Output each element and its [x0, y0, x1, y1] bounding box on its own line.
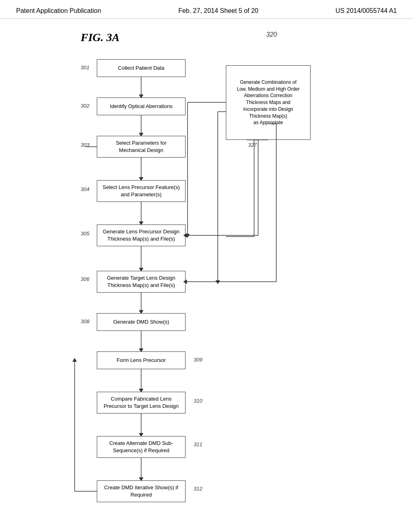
- step-304-text: Select Lens Precursor Feature(s) and Par…: [102, 184, 179, 198]
- header-left: Patent Application Publication: [16, 7, 101, 15]
- step-304-box: Select Lens Precursor Feature(s) and Par…: [97, 180, 186, 202]
- label-327: 327: [248, 142, 257, 148]
- step-301-text: Collect Patient Data: [118, 64, 165, 72]
- svg-marker-25: [216, 281, 220, 284]
- step-311-text: Create Alternate DMD Sub- Sequence(s) if…: [109, 440, 173, 454]
- step-302-text: Identify Optical Aberrations: [110, 103, 172, 110]
- label-305: 305: [81, 231, 90, 237]
- header-right: US 2014/0055744 A1: [336, 7, 397, 15]
- figure-title: FIG. 3A: [81, 31, 119, 44]
- label-310: 310: [194, 398, 202, 404]
- label-301: 301: [81, 64, 90, 71]
- step-301-box: Collect Patient Data: [97, 59, 186, 77]
- step-305-box: Generate Lens Precursor Design Thickness…: [97, 224, 186, 246]
- step-303-box: Select Parameters for Mechanical Design: [97, 136, 186, 158]
- side-box-320: Generate Combinations of Low, Medium and…: [226, 65, 311, 140]
- label-303: 303: [81, 142, 90, 148]
- label-302: 302: [81, 103, 90, 109]
- label-308: 308: [81, 318, 90, 324]
- step-311-box: Create Alternate DMD Sub- Sequence(s) if…: [97, 436, 186, 458]
- header-center: Feb. 27, 2014 Sheet 5 of 20: [178, 7, 258, 15]
- flow-arrows: [0, 19, 413, 529]
- step-312-box: Create DMD Iterative Show(s) if Required: [97, 480, 186, 502]
- diagram-area: FIG. 3A 320 Collect Patient Data Identif…: [0, 19, 413, 529]
- step-308-box: Generate DMD Show(s): [97, 313, 186, 331]
- step-309-box: Form Lens Precursor: [97, 351, 186, 369]
- step-310-text: Compare Fabricated Lens Precursor to Tar…: [104, 395, 179, 410]
- figure-label-320: 320: [266, 31, 277, 38]
- svg-marker-22: [186, 234, 190, 237]
- svg-marker-31: [73, 358, 77, 362]
- label-304: 304: [81, 186, 90, 192]
- page-header: Patent Application Publication Feb. 27, …: [0, 0, 413, 19]
- step-306-text: Generate Target Lens Design Thickness Ma…: [107, 274, 175, 289]
- step-310-box: Compare Fabricated Lens Precursor to Tar…: [97, 392, 186, 414]
- label-306: 306: [81, 276, 90, 282]
- label-312: 312: [194, 486, 202, 492]
- step-306-box: Generate Target Lens Design Thickness Ma…: [97, 271, 186, 293]
- step-312-text: Create DMD Iterative Show(s) if Required: [104, 484, 178, 499]
- step-302-box: Identify Optical Aberrations: [97, 98, 186, 115]
- step-303-text: Select Parameters for Mechanical Design: [116, 139, 167, 154]
- label-309: 309: [194, 357, 202, 363]
- step-308-text: Generate DMD Show(s): [113, 318, 169, 326]
- label-311: 311: [194, 441, 202, 447]
- step-309-text: Form Lens Precursor: [117, 357, 166, 364]
- side-box-text: Generate Combinations of Low, Medium and…: [237, 79, 300, 127]
- step-305-text: Generate Lens Precursor Design Thickness…: [103, 228, 179, 243]
